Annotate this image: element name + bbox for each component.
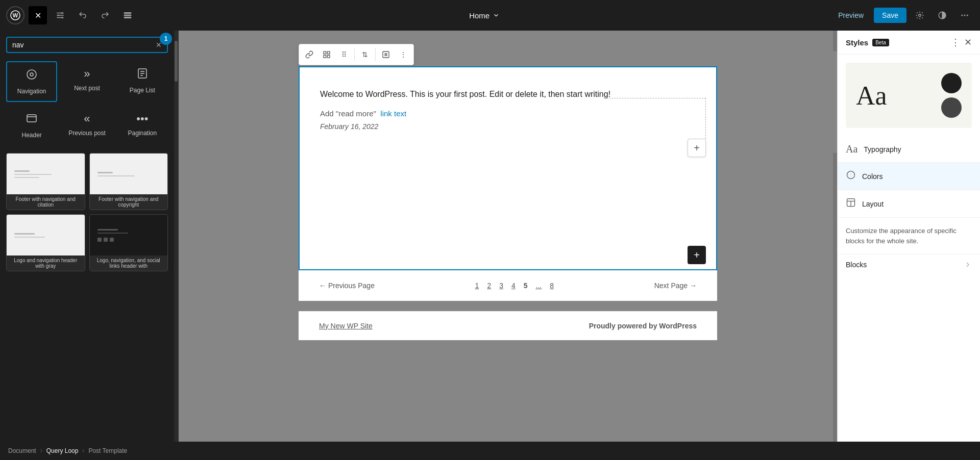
svg-text:W: W <box>13 12 18 18</box>
list-view-button[interactable] <box>118 6 137 24</box>
left-panel: 1 ✕ Navigation » Next post <box>0 31 179 442</box>
topbar: W ✕ My New WP Site Home Preview Save <box>0 0 980 31</box>
layout-option[interactable]: Layout <box>838 190 980 218</box>
navigation-icon <box>26 68 38 84</box>
svg-rect-19 <box>27 115 36 122</box>
page-num-1[interactable]: 1 <box>472 280 482 291</box>
pattern-footer-nav-citation[interactable]: Footer with navigation and citation <box>6 153 85 210</box>
preview-button[interactable]: Preview <box>832 8 870 22</box>
toolbar-dots-button[interactable]: ⠿ <box>336 46 352 63</box>
settings-button[interactable] <box>911 6 929 24</box>
topbar-center: My New WP Site Home <box>141 8 828 23</box>
block-item-navigation[interactable]: Navigation <box>6 61 57 102</box>
typography-option[interactable]: Aa Typography <box>838 136 980 163</box>
page-num-2[interactable]: 2 <box>484 280 494 291</box>
topbar-right: Preview Save <box>832 6 974 24</box>
search-box: 1 ✕ <box>6 37 168 53</box>
styles-menu-button[interactable]: ⋮ <box>951 37 960 48</box>
svg-rect-6 <box>124 15 131 16</box>
page-num-5[interactable]: 5 <box>521 280 531 291</box>
svg-rect-21 <box>324 52 326 54</box>
left-content: 1 ✕ Navigation » Next post <box>0 31 174 442</box>
page-num-8[interactable]: 8 <box>547 280 557 291</box>
canvas-scrollbar <box>833 31 837 442</box>
typography-preview: Aa <box>856 81 887 111</box>
left-scrollbar[interactable] <box>174 31 178 442</box>
canvas-scrollbar-thumb <box>833 51 837 153</box>
breadcrumb-query-loop[interactable]: Query Loop <box>46 447 79 454</box>
previous-page-link[interactable]: ← Previous Page <box>319 282 375 290</box>
next-page-link[interactable]: Next Page → <box>654 282 697 290</box>
previous-post-icon: « <box>84 112 90 125</box>
add-block-bottom-button[interactable]: + <box>688 246 706 264</box>
canvas-frame: + Welcome to WordPress. This is your fir… <box>299 66 717 270</box>
toolbar-align-button[interactable] <box>378 46 394 63</box>
next-post-icon: » <box>84 67 90 81</box>
toolbar-arrows-button[interactable]: ⇅ <box>357 46 373 63</box>
breadcrumb-sep-1 <box>38 448 44 454</box>
more-options-button[interactable] <box>955 6 974 24</box>
svg-rect-22 <box>327 52 330 54</box>
block-label-pagination: Pagination <box>128 130 157 137</box>
link-text[interactable]: link text <box>380 109 406 118</box>
color-dot-black <box>941 73 962 93</box>
page-list-icon <box>136 67 149 83</box>
block-item-next-post[interactable]: » Next post <box>61 61 112 102</box>
right-panel: Styles Beta ⋮ ✕ Aa Aa Typography <box>837 31 980 442</box>
svg-rect-7 <box>124 17 131 18</box>
tools-icon[interactable] <box>51 6 69 24</box>
blocks-label: Blocks <box>846 261 964 269</box>
save-button[interactable]: Save <box>874 8 906 23</box>
page-num-3[interactable]: 3 <box>496 280 506 291</box>
colors-label: Colors <box>862 172 972 181</box>
pattern-label-4: Logo, navigation, and social links heade… <box>90 255 168 271</box>
toolbar-more-button[interactable]: ⋮ <box>395 46 411 63</box>
toolbar-link-button[interactable] <box>301 46 317 63</box>
read-more-text: Add "read more" <box>320 109 376 118</box>
svg-rect-24 <box>327 55 330 58</box>
breadcrumb-post-template[interactable]: Post Template <box>88 447 127 454</box>
canvas-wrapper: ⠿ ⇅ ⋮ + Welcome to WordPress. This is yo… <box>299 66 717 270</box>
pattern-logo-nav-gray[interactable]: Logo and navigation header with gray <box>6 214 85 271</box>
powered-by-text: Proudly powered by WordPress <box>589 322 697 330</box>
block-label-header: Header <box>21 132 41 139</box>
block-item-pagination[interactable]: ••• Pagination <box>117 106 168 145</box>
breadcrumb-document[interactable]: Document <box>8 447 36 454</box>
undo-button[interactable] <box>74 6 92 24</box>
blocks-chevron-icon <box>964 261 972 269</box>
svg-point-4 <box>61 17 63 18</box>
beta-badge: Beta <box>872 39 889 46</box>
search-input[interactable] <box>12 41 156 49</box>
pattern-preview-4 <box>90 215 168 255</box>
svg-rect-23 <box>324 55 326 58</box>
page-num-4[interactable]: 4 <box>508 280 519 291</box>
right-scroll: Aa Aa Typography Colors <box>838 55 980 442</box>
redo-button[interactable] <box>96 6 114 24</box>
pattern-footer-nav-copyright[interactable]: Footer with navigation and copyright <box>89 153 168 210</box>
canvas-area[interactable]: ⠿ ⇅ ⋮ + Welcome to WordPress. This is yo… <box>179 31 837 442</box>
page-numbers: 1 2 3 4 5 ... 8 <box>472 280 557 291</box>
close-button[interactable]: ✕ <box>29 6 47 24</box>
blocks-section[interactable]: Blocks <box>838 254 980 275</box>
colors-preview <box>941 73 962 118</box>
block-item-page-list[interactable]: Page List <box>117 61 168 102</box>
colors-option[interactable]: Colors <box>838 163 980 190</box>
block-toolbar: ⠿ ⇅ ⋮ <box>299 44 414 65</box>
add-block-top-button[interactable]: + <box>688 139 706 157</box>
styles-close-button[interactable]: ✕ <box>964 37 972 48</box>
styles-label: Styles <box>846 38 868 47</box>
toolbar-layout-button[interactable] <box>318 46 335 63</box>
block-label-navigation: Navigation <box>17 88 46 95</box>
svg-point-2 <box>61 12 63 14</box>
site-name-link[interactable]: My New WP Site <box>319 322 373 330</box>
home-dropdown[interactable]: My New WP Site Home <box>463 8 506 23</box>
pattern-preview-3 <box>7 215 85 255</box>
pattern-label-2: Footer with navigation and copyright <box>90 194 168 210</box>
pattern-logo-nav-social[interactable]: Logo, navigation, and social links heade… <box>89 214 168 271</box>
contrast-button[interactable] <box>933 6 951 24</box>
block-grid: Navigation » Next post Page List <box>6 61 168 145</box>
block-item-header[interactable]: Header <box>6 106 57 145</box>
svg-point-8 <box>919 14 921 17</box>
block-item-previous-post[interactable]: « Previous post <box>61 106 112 145</box>
pattern-label-1: Footer with navigation and citation <box>7 194 85 210</box>
